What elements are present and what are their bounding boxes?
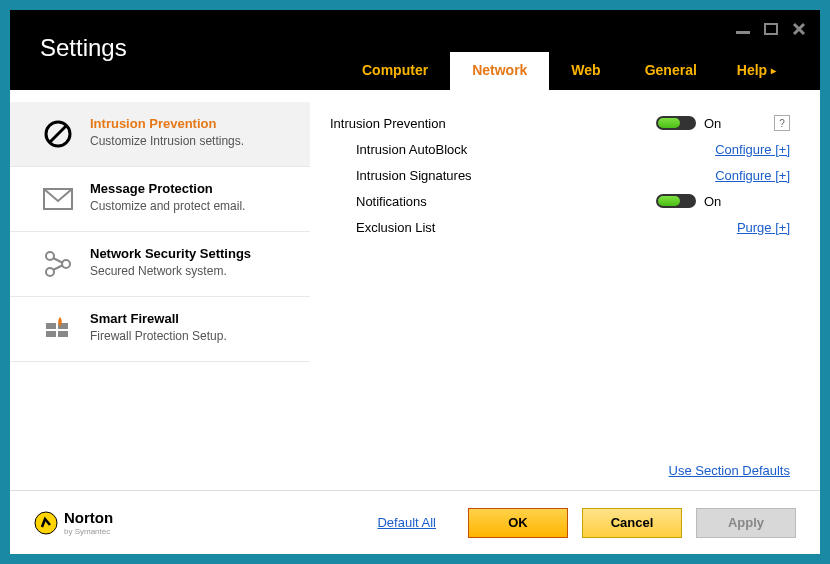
tab-network[interactable]: Network — [450, 52, 549, 90]
ok-button[interactable]: OK — [468, 508, 568, 538]
intrusion-prevention-toggle[interactable] — [656, 116, 696, 130]
sidebar: Intrusion Prevention Customize Intrusion… — [10, 90, 310, 490]
page-title: Settings — [40, 34, 127, 62]
configure-autoblock-link[interactable]: Configure [+] — [715, 142, 790, 157]
network-icon — [40, 246, 76, 282]
toggle-state: On — [704, 116, 744, 131]
chevron-right-icon: ▸ — [771, 65, 776, 76]
maximize-button[interactable] — [762, 20, 780, 38]
svg-point-7 — [62, 260, 70, 268]
apply-button[interactable]: Apply — [696, 508, 796, 538]
footer: Norton by Symantec Default All OK Cancel… — [10, 490, 820, 554]
use-section-defaults-link[interactable]: Use Section Defaults — [669, 463, 790, 478]
purge-exclusion-link[interactable]: Purge [+] — [737, 220, 790, 235]
minimize-button[interactable] — [734, 20, 752, 38]
envelope-icon — [40, 181, 76, 217]
sidebar-item-sub: Secured Network system. — [90, 263, 251, 280]
svg-rect-11 — [58, 331, 68, 337]
header: Settings Computer Network Web General He… — [10, 10, 820, 90]
tab-web[interactable]: Web — [549, 52, 622, 90]
sidebar-item-smart-firewall[interactable]: Smart Firewall Firewall Protection Setup… — [10, 297, 310, 362]
section-heading: Intrusion Prevention — [330, 116, 656, 131]
sidebar-item-network-security[interactable]: Network Security Settings Secured Networ… — [10, 232, 310, 297]
sidebar-item-intrusion-prevention[interactable]: Intrusion Prevention Customize Intrusion… — [10, 102, 310, 167]
sidebar-item-sub: Customize Intrusion settings. — [90, 133, 244, 150]
svg-point-12 — [35, 512, 57, 534]
tab-computer[interactable]: Computer — [340, 52, 450, 90]
sidebar-item-label: Intrusion Prevention — [90, 116, 244, 133]
help-icon[interactable]: ? — [774, 115, 790, 131]
tab-general[interactable]: General — [623, 52, 719, 90]
configure-signatures-link[interactable]: Configure [+] — [715, 168, 790, 183]
firewall-icon — [40, 311, 76, 347]
sidebar-item-sub: Firewall Protection Setup. — [90, 328, 227, 345]
default-all-link[interactable]: Default All — [377, 515, 436, 530]
row-label: Notifications — [330, 194, 656, 209]
sidebar-item-sub: Customize and protect email. — [90, 198, 245, 215]
cancel-button[interactable]: Cancel — [582, 508, 682, 538]
sidebar-item-label: Network Security Settings — [90, 246, 251, 263]
tab-help-label: Help — [737, 62, 767, 78]
row-label: Intrusion AutoBlock — [330, 142, 715, 157]
content-panel: Intrusion Prevention On ? Intrusion Auto… — [310, 90, 820, 490]
svg-rect-1 — [765, 24, 777, 34]
sidebar-item-label: Message Protection — [90, 181, 245, 198]
brand-logo: Norton by Symantec — [34, 509, 113, 536]
tab-help[interactable]: Help ▸ — [719, 52, 794, 90]
toggle-state: On — [704, 194, 744, 209]
norton-icon — [34, 511, 58, 535]
brand-name: Norton — [64, 509, 113, 526]
svg-rect-10 — [46, 331, 56, 337]
block-icon — [40, 116, 76, 152]
brand-sub: by Symantec — [64, 527, 113, 536]
close-button[interactable] — [790, 20, 808, 38]
svg-rect-0 — [736, 31, 750, 34]
sidebar-item-label: Smart Firewall — [90, 311, 227, 328]
sidebar-item-message-protection[interactable]: Message Protection Customize and protect… — [10, 167, 310, 232]
row-label: Intrusion Signatures — [330, 168, 715, 183]
notifications-toggle[interactable] — [656, 194, 696, 208]
row-label: Exclusion List — [330, 220, 737, 235]
svg-line-3 — [50, 126, 66, 142]
svg-rect-8 — [46, 323, 56, 329]
